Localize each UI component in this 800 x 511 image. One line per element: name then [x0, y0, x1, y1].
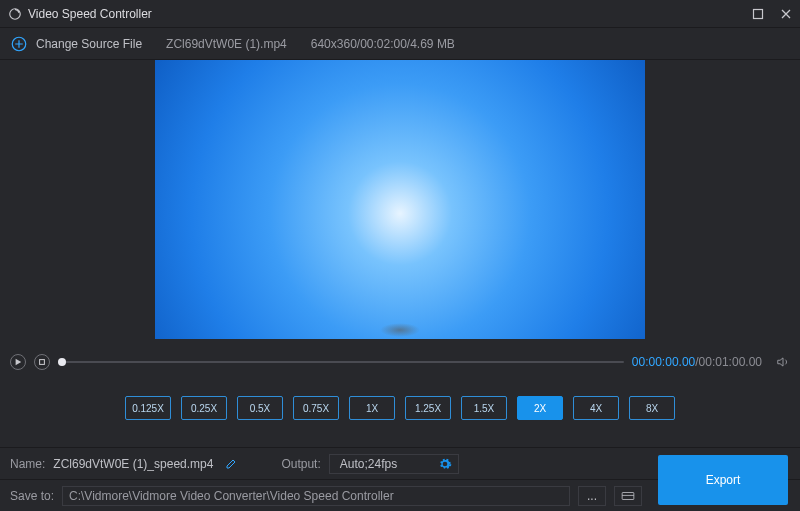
export-button[interactable]: Export [658, 455, 788, 505]
total-time: 00:01:00.00 [699, 355, 762, 369]
svg-rect-4 [622, 492, 634, 499]
save-to-label: Save to: [10, 489, 54, 503]
current-time: 00:00:00.00 [632, 355, 695, 369]
gear-icon [438, 457, 452, 471]
speed-button-2x[interactable]: 2X [517, 396, 563, 420]
source-fileinfo: 640x360/00:02:00/4.69 MB [311, 37, 455, 51]
app-title: Video Speed Controller [8, 7, 152, 21]
seek-knob[interactable] [58, 358, 66, 366]
video-preview[interactable] [155, 60, 645, 339]
transport-bar: 00:00:00.00/00:01:00.00 [0, 348, 800, 376]
output-name-value: ZCl69dVtW0E (1)_speed.mp4 [53, 457, 213, 471]
save-path-input[interactable]: C:\Vidmore\Vidmore Video Converter\Video… [62, 486, 570, 506]
seek-track [58, 361, 624, 363]
app-logo-icon [8, 7, 22, 21]
open-folder-button[interactable] [614, 486, 642, 506]
speed-button-0-25x[interactable]: 0.25X [181, 396, 227, 420]
speed-options: 0.125X0.25X0.5X0.75X1X1.25X1.5X2X4X8X [0, 376, 800, 448]
preview-area [0, 60, 800, 348]
svg-point-0 [10, 8, 21, 19]
timecode: 00:00:00.00/00:01:00.00 [632, 355, 762, 369]
speed-button-0-75x[interactable]: 0.75X [293, 396, 339, 420]
stop-button[interactable] [34, 354, 50, 370]
ellipsis-icon: ... [587, 489, 597, 503]
output-format-select[interactable]: Auto;24fps [329, 454, 459, 474]
play-button[interactable] [10, 354, 26, 370]
maximize-icon[interactable] [752, 8, 764, 20]
speed-button-8x[interactable]: 8X [629, 396, 675, 420]
save-path-value: C:\Vidmore\Vidmore Video Converter\Video… [69, 489, 394, 503]
edit-name-icon[interactable] [225, 458, 237, 470]
export-label: Export [706, 473, 741, 487]
speed-button-1-5x[interactable]: 1.5X [461, 396, 507, 420]
speed-button-0-125x[interactable]: 0.125X [125, 396, 171, 420]
svg-rect-1 [754, 9, 763, 18]
speed-button-0-5x[interactable]: 0.5X [237, 396, 283, 420]
seek-slider[interactable] [58, 356, 624, 368]
titlebar: Video Speed Controller [0, 0, 800, 28]
plus-circle-icon [10, 35, 28, 53]
volume-icon[interactable] [776, 355, 790, 369]
close-icon[interactable] [780, 8, 792, 20]
source-filename: ZCl69dVtW0E (1).mp4 [166, 37, 287, 51]
output-format-value: Auto;24fps [340, 457, 397, 471]
svg-rect-3 [40, 360, 45, 365]
change-source-button[interactable]: Change Source File [10, 35, 142, 53]
more-path-button[interactable]: ... [578, 486, 606, 506]
filebar: Change Source File ZCl69dVtW0E (1).mp4 6… [0, 28, 800, 60]
output-label: Output: [281, 457, 320, 471]
name-label: Name: [10, 457, 45, 471]
speed-button-1x[interactable]: 1X [349, 396, 395, 420]
app-title-text: Video Speed Controller [28, 7, 152, 21]
speed-button-4x[interactable]: 4X [573, 396, 619, 420]
change-source-label: Change Source File [36, 37, 142, 51]
speed-button-1-25x[interactable]: 1.25X [405, 396, 451, 420]
